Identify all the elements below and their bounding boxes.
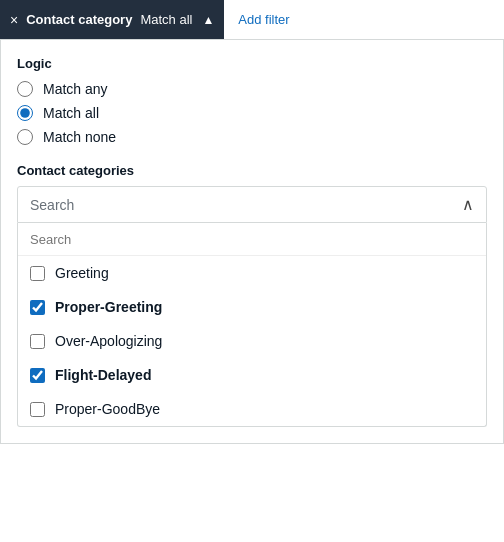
list-items: GreetingProper-GreetingOver-ApologizingF…	[18, 256, 486, 426]
chevron-collapse-icon: ∧	[462, 195, 474, 214]
label-proper-greeting: Proper-Greeting	[55, 299, 162, 315]
radio-match-none[interactable]: Match none	[17, 129, 487, 145]
list-item[interactable]: Proper-GoodBye	[18, 392, 486, 426]
checkbox-flight-delayed[interactable]	[30, 368, 45, 383]
radio-match-none-label: Match none	[43, 129, 116, 145]
categories-section: Contact categories Search ∧ GreetingProp…	[17, 163, 487, 427]
list-item[interactable]: Flight-Delayed	[18, 358, 486, 392]
list-box: GreetingProper-GreetingOver-ApologizingF…	[17, 223, 487, 427]
checkbox-greeting[interactable]	[30, 266, 45, 281]
radio-match-all[interactable]: Match all	[17, 105, 487, 121]
radio-group: Match any Match all Match none	[17, 81, 487, 145]
label-greeting: Greeting	[55, 265, 109, 281]
label-flight-delayed: Flight-Delayed	[55, 367, 151, 383]
list-item[interactable]: Greeting	[18, 256, 486, 290]
close-icon[interactable]: ×	[10, 13, 18, 27]
list-search[interactable]	[18, 223, 486, 256]
radio-match-all-input[interactable]	[17, 105, 33, 121]
filter-name: Contact category	[26, 12, 132, 27]
chevron-up-icon: ▲	[202, 13, 214, 27]
radio-match-any[interactable]: Match any	[17, 81, 487, 97]
list-item[interactable]: Over-Apologizing	[18, 324, 486, 358]
radio-match-none-input[interactable]	[17, 129, 33, 145]
filter-bar: × Contact category Match all ▲ Add filte…	[0, 0, 504, 40]
checkbox-over-apologizing[interactable]	[30, 334, 45, 349]
radio-match-all-label: Match all	[43, 105, 99, 121]
radio-match-any-label: Match any	[43, 81, 108, 97]
logic-section-label: Logic	[17, 56, 487, 71]
list-item[interactable]: Proper-Greeting	[18, 290, 486, 324]
filter-value: Match all	[140, 12, 192, 27]
checkbox-proper-goodbye[interactable]	[30, 402, 45, 417]
categories-label: Contact categories	[17, 163, 487, 178]
radio-match-any-input[interactable]	[17, 81, 33, 97]
label-proper-goodbye: Proper-GoodBye	[55, 401, 160, 417]
checkbox-proper-greeting[interactable]	[30, 300, 45, 315]
filter-tag[interactable]: × Contact category Match all ▲	[0, 0, 224, 39]
search-collapse-label: Search	[30, 197, 74, 213]
add-filter-button[interactable]: Add filter	[224, 0, 303, 39]
dropdown-panel: Logic Match any Match all Match none Con…	[0, 40, 504, 444]
search-collapse-row[interactable]: Search ∧	[17, 186, 487, 223]
label-over-apologizing: Over-Apologizing	[55, 333, 162, 349]
search-input[interactable]	[30, 232, 474, 247]
